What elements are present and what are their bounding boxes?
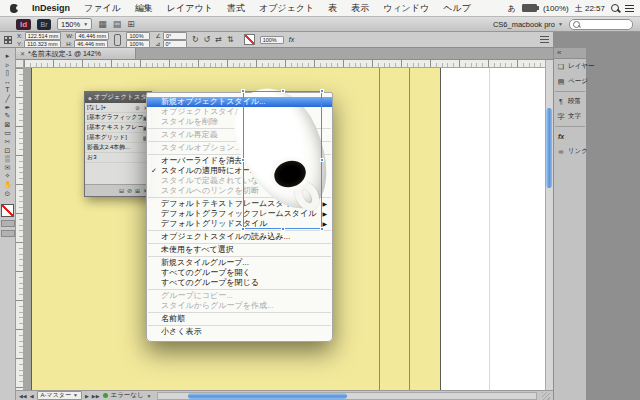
dock-panel-paragraph[interactable]: ¶段落	[554, 94, 586, 109]
apply-color-button[interactable]	[1, 220, 15, 227]
dock-panel-effects[interactable]: fx	[554, 129, 586, 144]
menubar-clock[interactable]: 土 22:57	[575, 3, 605, 14]
hand-tool[interactable]: ✋	[1, 181, 15, 190]
pencil-tool[interactable]: ✎	[1, 112, 15, 121]
menubar-item-2[interactable]: 編集	[128, 0, 160, 17]
dock-panel-character[interactable]: 字文字	[554, 109, 586, 124]
menubar-item-1[interactable]: ファイル	[77, 0, 128, 17]
arrange-documents-icon[interactable]: ⊞	[127, 19, 135, 30]
input-source-menu[interactable]: あ	[508, 3, 516, 14]
workspace-switcher[interactable]: CS6_macbook pro ▼	[493, 20, 563, 29]
y-field[interactable]: 110.323 mm	[24, 40, 60, 48]
spotlight-icon[interactable]	[611, 4, 619, 12]
close-icon[interactable]: ✕	[20, 50, 25, 57]
line-tool[interactable]: ╱	[1, 95, 15, 104]
last-page-button[interactable]: ▶▶	[92, 393, 100, 399]
view-options-icon[interactable]: ▦	[98, 19, 107, 30]
expand-panels-icon[interactable]: «	[554, 48, 586, 59]
vertical-scroll-thumb[interactable]	[546, 108, 552, 188]
panel-footer-icon-0[interactable]: ⊟	[119, 187, 124, 194]
scissors-tool[interactable]: ✂	[1, 138, 15, 147]
object-style-row-1[interactable]: [基本グラフィックフレーム]▣	[85, 113, 151, 123]
dock-panel-links[interactable]: ∞リンク	[554, 144, 586, 159]
ruler-origin[interactable]	[16, 60, 24, 68]
free-transform-tool[interactable]: ⊡	[1, 147, 15, 156]
apple-menu-icon[interactable]	[10, 4, 18, 13]
object-style-row-5[interactable]: お3	[85, 153, 151, 163]
menubar-item-6[interactable]: 表	[321, 0, 344, 17]
page-number-select[interactable]: A-マスター ▼	[37, 391, 82, 400]
eyedropper-tool[interactable]: ✧	[1, 172, 15, 181]
view-mode-button[interactable]	[1, 230, 15, 237]
column-guide[interactable]	[379, 68, 380, 390]
selection-tool[interactable]: ▸	[1, 52, 15, 61]
horizontal-ruler[interactable]	[24, 60, 545, 68]
control-panel-menu-icon[interactable]	[540, 36, 549, 43]
resize-grip[interactable]	[542, 392, 550, 400]
menubar-item-9[interactable]: ヘルプ	[436, 0, 478, 17]
gradient-tool[interactable]: ▒	[1, 155, 15, 164]
gap-tool[interactable]: ↔	[1, 78, 15, 87]
pen-tool[interactable]: ✒	[1, 104, 15, 113]
dock-panel-layers[interactable]: ❏レイヤー	[554, 59, 586, 74]
vertical-scrollbar[interactable]	[545, 60, 553, 390]
direct-selection-tool[interactable]: ▹	[1, 61, 15, 70]
x-field[interactable]: 122.514 mm	[25, 32, 62, 40]
dock-panel-pages[interactable]: ▤ページ	[554, 74, 586, 89]
transform-buttons[interactable]: ↻↺⇄⇅	[192, 35, 239, 44]
context-menu-item-17[interactable]: オブジェクトスタイルの読み込み...	[147, 232, 332, 242]
menubar-item-7[interactable]: 表示	[344, 0, 376, 17]
context-menu-item-19[interactable]: 未使用をすべて選択	[147, 245, 332, 255]
rectangle-frame-tool[interactable]: ⊠	[1, 121, 15, 130]
context-menu-item-28[interactable]: 名前順	[147, 314, 332, 324]
opacity-field[interactable]: 100%	[260, 36, 284, 44]
context-menu-item-23[interactable]: すべてのグループを閉じる	[147, 278, 332, 288]
horizontal-scrollbar[interactable]	[157, 392, 537, 400]
menubar-item-8[interactable]: ウィンドウ	[376, 0, 436, 17]
object-style-row-2[interactable]: [基本テキストフレーム]+2▣	[85, 123, 151, 133]
zoom-level-select[interactable]: 150% ▼	[57, 18, 92, 30]
vertical-ruler[interactable]	[16, 68, 24, 390]
first-page-button[interactable]: ◀◀	[19, 393, 27, 399]
fill-none-swatch[interactable]	[244, 34, 255, 45]
object-style-row-0[interactable]: [なし]+⊘ ✕	[85, 103, 151, 113]
next-page-button[interactable]: ▶	[85, 393, 89, 399]
menubar-item-5[interactable]: オブジェクト	[252, 0, 321, 17]
object-style-row-3[interactable]: [基本グリッド]▦	[85, 133, 151, 143]
document-tab[interactable]: ✕ *名前未設定-1 @ 142%	[16, 48, 136, 59]
rectangle-tool[interactable]: ▭	[1, 129, 15, 138]
zoom-tool[interactable]: ⊙	[1, 190, 15, 199]
notification-center-icon[interactable]	[625, 5, 634, 12]
scale-x-field[interactable]: 100%	[126, 32, 150, 40]
previous-page-button[interactable]: ◀	[30, 393, 34, 399]
context-menu-item-21[interactable]: 新規スタイルグループ...	[147, 258, 332, 268]
constrain-proportions-icon[interactable]	[114, 34, 121, 46]
effects-button[interactable]: fx	[289, 36, 294, 43]
panel-footer-icon-2[interactable]: ⊞	[135, 187, 140, 194]
scale-y-field[interactable]: 100%	[126, 40, 150, 48]
page-tool[interactable]: ▯	[1, 69, 15, 78]
menubar-item-3[interactable]: レイアウト	[160, 0, 220, 17]
context-menu-item-30[interactable]: 小さく表示	[147, 327, 332, 337]
height-field[interactable]: 46.446 mm	[74, 40, 108, 48]
chevron-down-icon[interactable]: ▼	[147, 393, 152, 399]
context-menu-item-22[interactable]: すべてのグループを開く	[147, 268, 332, 278]
reference-point-proxy[interactable]	[4, 36, 12, 44]
panel-footer-icon-1[interactable]: ⊘	[127, 187, 132, 194]
note-tool[interactable]: ✉	[1, 164, 15, 173]
shear-field[interactable]: 0°	[163, 40, 187, 48]
width-field[interactable]: 46.446 mm	[75, 32, 109, 40]
menubar-item-4[interactable]: 書式	[220, 0, 252, 17]
type-tool[interactable]: T	[1, 86, 15, 95]
menubar-item-0[interactable]: InDesign	[25, 0, 77, 17]
object-styles-panel-tab[interactable]: ◆ オブジェクトスタイル	[85, 92, 151, 103]
bridge-button[interactable]: Br	[37, 19, 51, 30]
screen-mode-icon[interactable]: ▤	[113, 19, 122, 30]
fill-none-swatch-large[interactable]	[1, 204, 14, 217]
selection-frame[interactable]	[243, 91, 322, 229]
search-input[interactable]	[569, 19, 633, 30]
horizontal-scroll-thumb[interactable]	[188, 393, 347, 399]
object-style-row-4[interactable]: 影義太2.4本飾...	[85, 143, 151, 153]
column-guide[interactable]	[409, 68, 410, 390]
rotation-field[interactable]: 0°	[163, 32, 187, 40]
